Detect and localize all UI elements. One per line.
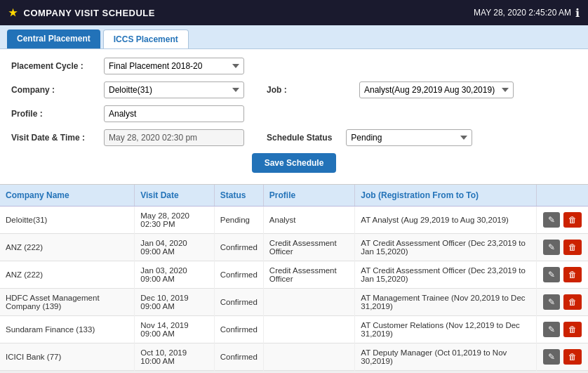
- header-datetime: MAY 28, 2020 2:45:20 AM: [474, 8, 571, 18]
- cell-actions: ✎ 🗑: [537, 316, 589, 343]
- edit-button[interactable]: ✎: [543, 322, 560, 337]
- tabs-bar: Central Placement ICCS Placement: [0, 25, 588, 49]
- table-row: ANZ (222) Jan 03, 2020 09:00 AM Confirme…: [0, 261, 588, 289]
- delete-button[interactable]: 🗑: [563, 212, 582, 228]
- cell-visit-date: Dec 10, 2019 09:00 AM: [135, 289, 215, 316]
- cell-company: ANZ (222): [0, 234, 135, 261]
- edit-button[interactable]: ✎: [543, 294, 560, 310]
- schedule-table-area: Company Name Visit Date Status Profile J…: [0, 185, 588, 371]
- company-select[interactable]: Deloitte(31): [104, 81, 244, 98]
- delete-button[interactable]: 🗑: [563, 267, 582, 282]
- col-status: Status: [214, 185, 263, 207]
- cell-job: AT Management Trainee (Nov 20,2019 to De…: [355, 289, 537, 316]
- schedule-status-select[interactable]: Pending: [346, 129, 472, 146]
- cell-job: AT Deputy Manager (Oct 01,2019 to Nov 30…: [355, 343, 537, 371]
- cell-profile: [263, 316, 355, 343]
- cell-company: HDFC Asset Management Company (139): [0, 289, 135, 316]
- cell-status: Confirmed: [214, 261, 263, 289]
- cell-actions: ✎ 🗑: [537, 207, 589, 234]
- delete-button[interactable]: 🗑: [563, 240, 582, 255]
- app-title: COMPANY VISIT SCHEDULE: [24, 8, 155, 18]
- app-header: ★ COMPANY VISIT SCHEDULE MAY 28, 2020 2:…: [0, 0, 588, 25]
- profile-row: Profile :: [11, 105, 577, 122]
- delete-button[interactable]: 🗑: [563, 349, 582, 365]
- cell-profile: [263, 343, 355, 371]
- schedule-status-label: Schedule Status: [267, 133, 332, 143]
- cell-actions: ✎ 🗑: [537, 261, 589, 289]
- cell-actions: ✎ 🗑: [537, 343, 589, 371]
- col-company-name: Company Name: [0, 185, 135, 207]
- header-title-group: ★ COMPANY VISIT SCHEDULE: [8, 7, 155, 18]
- col-actions: [537, 185, 589, 207]
- company-job-row: Company : Deloitte(31) Job : Analyst(Aug…: [11, 81, 577, 98]
- cell-company: ICICI Bank (77): [0, 343, 135, 371]
- col-job: Job (Registration From to To): [355, 185, 537, 207]
- company-label: Company :: [11, 85, 95, 95]
- cell-visit-date: Jan 04, 2020 09:00 AM: [135, 234, 215, 261]
- save-schedule-button[interactable]: Save Schedule: [252, 153, 337, 173]
- visit-datetime-row: Visit Date & Time : Schedule Status Pend…: [11, 129, 577, 146]
- cell-company: Sundaram Finance (133): [0, 316, 135, 343]
- cell-status: Confirmed: [214, 289, 263, 316]
- cell-visit-date: Jan 03, 2020 09:00 AM: [135, 261, 215, 289]
- cell-actions: ✎ 🗑: [537, 289, 589, 316]
- cell-job: AT Analyst (Aug 29,2019 to Aug 30,2019): [355, 207, 537, 234]
- visit-datetime-input: [104, 129, 244, 146]
- tab-iccs-placement[interactable]: ICCS Placement: [103, 30, 189, 48]
- table-row: ICICI Bank (77) Oct 10, 2019 10:00 AM Co…: [0, 343, 588, 371]
- schedule-table: Company Name Visit Date Status Profile J…: [0, 185, 588, 371]
- delete-button[interactable]: 🗑: [563, 294, 582, 310]
- cell-profile: Analyst: [263, 207, 355, 234]
- table-row: HDFC Asset Management Company (139) Dec …: [0, 289, 588, 316]
- table-row: Sundaram Finance (133) Nov 14, 2019 09:0…: [0, 316, 588, 343]
- header-datetime-group: MAY 28, 2020 2:45:20 AM ℹ: [474, 6, 580, 20]
- cell-profile: [263, 289, 355, 316]
- cell-profile: Credit Assessment Officer: [263, 234, 355, 261]
- tab-central-placement[interactable]: Central Placement: [7, 30, 100, 48]
- cell-status: Confirmed: [214, 234, 263, 261]
- info-icon[interactable]: ℹ: [575, 6, 580, 20]
- profile-label: Profile :: [11, 109, 95, 119]
- job-select[interactable]: Analyst(Aug 29,2019 Aug 30,2019): [359, 81, 514, 98]
- cell-actions: ✎ 🗑: [537, 234, 589, 261]
- cell-visit-date: Oct 10, 2019 10:00 AM: [135, 343, 215, 371]
- edit-button[interactable]: ✎: [543, 212, 560, 228]
- cell-visit-date: Nov 14, 2019 09:00 AM: [135, 316, 215, 343]
- cell-status: Confirmed: [214, 343, 263, 371]
- table-header-row: Company Name Visit Date Status Profile J…: [0, 185, 588, 207]
- cell-status: Pending: [214, 207, 263, 234]
- edit-button[interactable]: ✎: [543, 349, 560, 365]
- visit-datetime-label: Visit Date & Time :: [11, 133, 95, 143]
- col-profile: Profile: [263, 185, 355, 207]
- cell-job: AT Credit Assessment Officer (Dec 23,201…: [355, 261, 537, 289]
- job-label: Job :: [267, 85, 351, 95]
- table-row: ANZ (222) Jan 04, 2020 09:00 AM Confirme…: [0, 234, 588, 261]
- cell-job: AT Credit Assessment Officer (Dec 23,201…: [355, 234, 537, 261]
- delete-button[interactable]: 🗑: [563, 322, 582, 337]
- star-icon: ★: [8, 7, 18, 18]
- cell-profile: Credit Assessment Officer: [263, 261, 355, 289]
- table-row: Deloitte(31) May 28, 2020 02:30 PM Pendi…: [0, 207, 588, 234]
- cell-job: AT Customer Relations (Nov 12,2019 to De…: [355, 316, 537, 343]
- col-visit-date: Visit Date: [135, 185, 215, 207]
- edit-button[interactable]: ✎: [543, 267, 560, 282]
- cell-status: Confirmed: [214, 316, 263, 343]
- edit-button[interactable]: ✎: [543, 240, 560, 255]
- cell-company: ANZ (222): [0, 261, 135, 289]
- profile-input[interactable]: [104, 105, 244, 122]
- placement-cycle-row: Placement Cycle : Final Placement 2018-2…: [11, 58, 577, 74]
- cell-company: Deloitte(31): [0, 207, 135, 234]
- placement-cycle-select[interactable]: Final Placement 2018-20: [104, 58, 244, 74]
- placement-cycle-label: Placement Cycle :: [11, 61, 95, 71]
- cell-visit-date: May 28, 2020 02:30 PM: [135, 207, 215, 234]
- form-area: Placement Cycle : Final Placement 2018-2…: [0, 49, 588, 185]
